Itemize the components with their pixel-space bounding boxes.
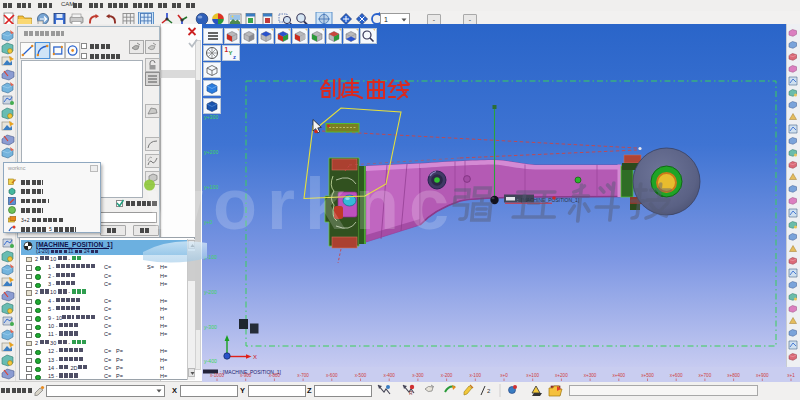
svg-text:R: R [409,390,413,396]
svg-text:z: z [233,54,236,60]
svg-text:x+600: x+600 [670,373,683,378]
svg-text:y-400: y-400 [204,358,217,364]
svg-text:x+0: x+0 [500,373,508,378]
svg-text:x-1000: x-1000 [210,373,224,378]
svg-text::: : [517,197,518,203]
svg-text:x+700: x+700 [699,373,712,378]
svg-text:x+1: x+1 [787,373,795,378]
svg-text:2: 2 [487,388,491,394]
svg-text:x+400: x+400 [612,373,625,378]
svg-text:x-500: x-500 [355,373,367,378]
svg-text:x+800: x+800 [727,373,740,378]
svg-text:x+900: x+900 [756,373,769,378]
svg-text:y+100: y+100 [204,184,218,190]
svg-text:x-300: x-300 [412,373,424,378]
svg-text:x-900: x-900 [240,373,252,378]
svg-text:x-800: x-800 [269,373,281,378]
svg-text:y-200: y-200 [204,289,217,295]
svg-text:X: X [253,354,257,360]
svg-text:y+200: y+200 [204,149,218,155]
svg-text:y+0: y+0 [204,219,213,225]
svg-text:x+200: x+200 [555,373,568,378]
svg-text:x+100: x+100 [526,373,539,378]
svg-text:x-400: x-400 [383,373,395,378]
svg-text:y-100: y-100 [204,254,217,260]
svg-text:x+300: x+300 [584,373,597,378]
svg-text:x+500: x+500 [641,373,654,378]
svg-text:x-200: x-200 [441,373,453,378]
svg-text:Y: Y [229,50,233,56]
svg-text:x-600: x-600 [326,373,338,378]
svg-text:y-300: y-300 [204,324,217,330]
svg-text:x-100: x-100 [470,373,482,378]
svg-text:x-700: x-700 [297,373,309,378]
